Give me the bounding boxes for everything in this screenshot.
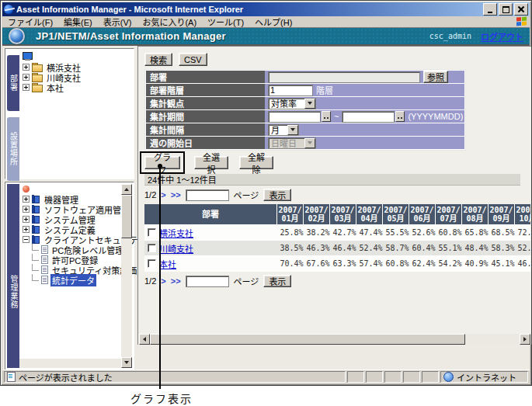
tab-location[interactable]: 設置場所 — [7, 117, 19, 181]
select-all-button[interactable]: 全選択 — [194, 156, 228, 169]
arrow-up-icon — [124, 188, 129, 191]
dept-link[interactable]: 川崎支社 — [159, 242, 193, 255]
tree-item[interactable]: 本社 — [23, 82, 132, 92]
row-checkbox[interactable] — [148, 244, 156, 252]
main-hscrollbar[interactable] — [139, 334, 530, 345]
book-icon — [32, 205, 40, 213]
tab-management-tasks[interactable]: 管理業務 — [7, 184, 19, 368]
expand-toggle-icon[interactable] — [23, 196, 30, 203]
value-cell: 45.1% — [489, 256, 515, 272]
period-from-input[interactable] — [268, 111, 321, 123]
calendar-picker-icon[interactable] — [322, 111, 331, 122]
search-button[interactable]: 検索 — [144, 53, 172, 66]
interval-select[interactable]: 月 — [268, 124, 299, 136]
arrow-left-icon — [143, 337, 146, 342]
show-button[interactable]: 表示 — [263, 275, 291, 287]
search-form: 部署 参照 部署階層 階層 集計観点 — [144, 69, 466, 151]
month-column-header: 2007/01月 — [277, 204, 304, 225]
menu-item[interactable]: ヘルプ(H) — [249, 15, 297, 29]
expand-toggle-icon[interactable] — [23, 236, 30, 243]
expand-toggle-icon[interactable] — [23, 64, 30, 71]
csv-button[interactable]: CSV — [179, 53, 207, 66]
restore-button[interactable] — [499, 3, 513, 16]
logout-link[interactable]: ログアウト — [481, 30, 523, 43]
month-column-header: 2007/07月 — [436, 204, 462, 225]
scroll-left-button[interactable] — [139, 334, 150, 345]
interval-value: 月 — [269, 123, 287, 136]
tree-item-label[interactable]: 統計データ — [50, 274, 96, 286]
next-page-link[interactable]: > — [161, 190, 165, 200]
tab-department[interactable]: 部署 — [7, 55, 19, 111]
browse-button[interactable]: 参照 — [423, 71, 448, 83]
expand-toggle-icon[interactable] — [23, 226, 30, 233]
dept-link[interactable]: 本社 — [159, 258, 176, 270]
results-area: 24件中 1〜12件目 1/2 > >> ページ 表示 部署2007/01月20… — [144, 174, 530, 290]
menu-bar: ファイル(F)編集(E)表示(V)お気に入り(A)ツール(T)ヘルプ(H) — [2, 16, 530, 28]
scrollbar-thumb[interactable] — [121, 195, 132, 238]
task-tree-hscrollbar[interactable] — [19, 359, 121, 368]
period-separator: ~ — [334, 112, 339, 121]
page-number-input[interactable] — [186, 189, 229, 201]
last-page-link[interactable]: >> — [171, 190, 181, 200]
value-cell: 25.8% — [277, 225, 304, 241]
period-format-hint: (YYYYMMDD) — [408, 112, 463, 121]
menu-items: ファイル(F)編集(E)表示(V)お気に入り(A)ツール(T)ヘルプ(H) — [2, 15, 297, 29]
page-icon — [41, 265, 48, 274]
task-tree: 機器管理ソフトウェア適用管理システム管理システム定義クライアントセキュリティ管理… — [23, 186, 121, 285]
period-to-input[interactable] — [342, 111, 395, 123]
row-checkbox[interactable] — [148, 259, 156, 268]
expand-toggle-icon[interactable] — [23, 74, 30, 81]
graph-button[interactable]: グラフ — [144, 156, 180, 169]
scroll-up-button[interactable] — [121, 184, 132, 195]
month-column-header: 2007/02月 — [304, 204, 330, 225]
tree-connector — [32, 254, 39, 261]
close-button[interactable] — [514, 3, 528, 16]
month-header-line1: 2007/ — [489, 206, 514, 214]
page-icon — [41, 276, 48, 284]
menu-item[interactable]: ツール(T) — [202, 15, 249, 29]
viewpoint-select[interactable]: 対策率 — [268, 98, 316, 109]
minimize-button[interactable] — [483, 3, 497, 16]
browser-window: Asset Information Manager - Microsoft In… — [0, 0, 532, 386]
month-column-header: 2007/05月 — [383, 204, 409, 225]
month-header-line2: 06月 — [409, 214, 435, 223]
expand-toggle-icon[interactable] — [23, 84, 30, 91]
menu-item[interactable]: ファイル(F) — [2, 15, 58, 29]
value-cell: 42.7% — [330, 225, 356, 241]
month-column-header: 2007/09月 — [489, 204, 515, 225]
last-page-link[interactable]: >> — [171, 276, 181, 286]
scrollbar-thumb[interactable] — [150, 334, 465, 345]
tree-connector — [32, 274, 39, 281]
pagination-bottom: 1/2 > >> ページ 表示 — [144, 273, 530, 289]
month-header-line2: 08月 — [462, 214, 488, 223]
expand-toggle-icon[interactable] — [23, 216, 30, 223]
menu-item[interactable]: 表示(V) — [98, 15, 137, 29]
tree-root-ball-icon — [23, 186, 30, 193]
week-start-select: 日曜日 — [268, 137, 316, 149]
value-cell: 46.3% — [304, 241, 330, 256]
pagination-top: 1/2 > >> ページ 表示 — [144, 187, 530, 203]
tree-item[interactable]: 川崎支社 — [23, 72, 132, 82]
task-tree-scrollbar[interactable] — [121, 184, 132, 368]
dept-input[interactable] — [268, 71, 420, 83]
scroll-down-button[interactable] — [121, 357, 132, 368]
value-cell: 60.8% — [436, 225, 462, 241]
dept-level-input[interactable] — [268, 85, 313, 96]
menu-item[interactable]: 編集(E) — [58, 15, 98, 29]
interval-label: 集計間隔 — [146, 123, 265, 136]
row-checkbox[interactable] — [148, 228, 156, 237]
dept-link[interactable]: 横浜支社 — [159, 227, 193, 239]
menu-item[interactable]: お気に入り(A) — [137, 15, 202, 29]
tree-item[interactable]: 統計データ — [23, 275, 121, 285]
page-number-input[interactable] — [186, 276, 229, 287]
show-button[interactable]: 表示 — [263, 189, 291, 201]
clear-all-button[interactable]: 全解除 — [239, 156, 273, 169]
calendar-picker-icon[interactable] — [395, 111, 405, 122]
next-page-link[interactable]: > — [161, 276, 165, 286]
month-column-header: 2007/03月 — [330, 204, 356, 225]
scroll-right-button[interactable] — [520, 334, 530, 345]
status-cell — [366, 371, 383, 383]
book-icon — [32, 215, 40, 224]
expand-toggle-icon[interactable] — [23, 206, 30, 213]
value-cell: 58.3% — [489, 241, 515, 256]
